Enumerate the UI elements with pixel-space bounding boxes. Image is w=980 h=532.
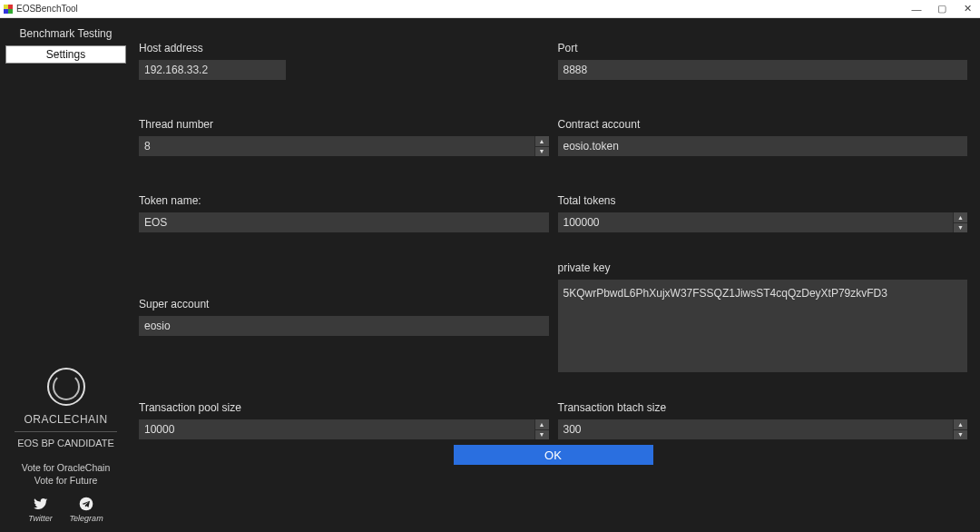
privkey-input[interactable] [558, 280, 968, 372]
token-label: Token name: [139, 194, 549, 207]
host-label: Host address [139, 42, 549, 54]
superacct-input[interactable] [139, 316, 549, 336]
host-input[interactable] [139, 60, 286, 80]
poolsize-label: Transaction pool size [139, 401, 549, 414]
vote-line-1: Vote for OracleChain [9, 461, 122, 475]
sidebar-tab-label: Settings [46, 48, 85, 61]
batchsize-label: Transaction btach size [558, 401, 968, 414]
ok-button[interactable]: OK [454, 445, 653, 465]
privkey-label: private key [558, 261, 968, 274]
superacct-label: Super account [139, 298, 549, 310]
thread-input[interactable] [139, 136, 549, 156]
batchsize-input[interactable] [558, 419, 968, 439]
settings-form: Host address Port Thread number ▲▼ [132, 18, 980, 532]
social-telegram[interactable]: Telegram [69, 497, 103, 523]
window-title: EOSBenchTool [16, 4, 78, 14]
svg-point-0 [80, 498, 93, 511]
batchsize-spinner[interactable]: ▲▼ [953, 419, 967, 439]
brand-sub: EOS BP CANDIDATE [15, 438, 117, 454]
window-titlebar: EOSBenchTool — ▢ ✕ [0, 0, 980, 18]
social-label: Telegram [69, 514, 103, 523]
total-spinner[interactable]: ▲▼ [953, 212, 967, 232]
poolsize-spinner[interactable]: ▲▼ [534, 419, 549, 439]
social-label: Twitter [28, 514, 52, 523]
close-button[interactable]: ✕ [955, 0, 980, 18]
token-input[interactable] [139, 212, 549, 232]
sidebar-tab-label: Benchmark Testing [20, 27, 113, 40]
sidebar-tab-settings[interactable]: Settings [5, 45, 126, 64]
brand-logo-icon [47, 368, 85, 406]
poolsize-input[interactable] [139, 419, 549, 439]
thread-spinner[interactable]: ▲▼ [534, 136, 549, 156]
thread-label: Thread number [139, 118, 549, 131]
twitter-icon [34, 497, 48, 511]
port-label: Port [558, 42, 968, 54]
app-icon [4, 5, 13, 14]
sidebar: Benchmark Testing Settings ORACLECHAIN E… [0, 18, 132, 532]
maximize-button[interactable]: ▢ [929, 0, 955, 18]
social-twitter[interactable]: Twitter [28, 497, 52, 523]
contract-label: Contract account [558, 118, 968, 131]
brand-name: ORACLECHAIN [15, 413, 117, 432]
contract-input[interactable] [558, 136, 968, 156]
minimize-button[interactable]: — [904, 0, 929, 18]
total-input[interactable] [558, 212, 968, 232]
vote-line-2: Vote for Future [9, 474, 122, 488]
port-input[interactable] [558, 60, 968, 80]
total-label: Total tokens [558, 194, 968, 207]
telegram-icon [79, 497, 93, 511]
sidebar-tab-benchmark[interactable]: Benchmark Testing [0, 24, 132, 44]
